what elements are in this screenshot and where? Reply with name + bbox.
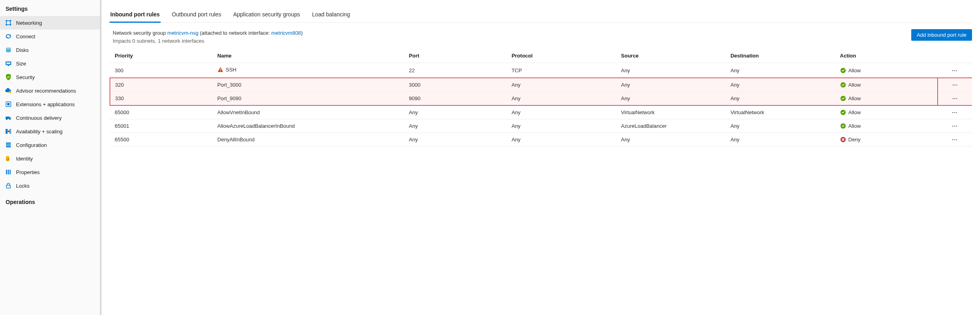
table-row[interactable]: 65000AllowVnetInBoundAnyAnyVirtualNetwor… bbox=[110, 105, 972, 119]
connect-icon bbox=[5, 33, 12, 40]
svg-rect-22 bbox=[6, 170, 7, 174]
row-actions-menu[interactable]: ··· bbox=[938, 63, 972, 78]
nsg-info-suffix: ) bbox=[301, 30, 303, 36]
allow-icon bbox=[840, 67, 846, 73]
cell-source: Any bbox=[616, 63, 726, 78]
row-actions-menu[interactable]: ··· bbox=[938, 92, 972, 106]
sidebar-item-connect[interactable]: Connect bbox=[0, 30, 100, 43]
svg-rect-17 bbox=[6, 129, 8, 134]
sidebar-item-label: Availability + scaling bbox=[16, 129, 62, 135]
cell-destination: Any bbox=[726, 133, 835, 147]
cell-protocol: Any bbox=[507, 105, 616, 119]
deny-icon bbox=[840, 137, 846, 143]
sidebar-item-label: Connect bbox=[16, 34, 35, 40]
column-header-port[interactable]: Port bbox=[404, 49, 507, 63]
cell-action: Allow bbox=[835, 105, 938, 119]
advisor-icon bbox=[5, 87, 12, 94]
cell-port: Any bbox=[404, 119, 507, 133]
sidebar-item-label: Locks bbox=[16, 183, 30, 189]
tab-outbound-port-rules[interactable]: Outbound port rules bbox=[171, 9, 222, 23]
svg-point-15 bbox=[6, 119, 8, 120]
sidebar-item-label: Extensions + applications bbox=[16, 101, 75, 107]
sidebar-item-label: Security bbox=[16, 74, 35, 80]
table-row[interactable]: 65001AllowAzureLoadBalancerInBoundAnyAny… bbox=[110, 119, 972, 133]
cell-destination: Any bbox=[726, 63, 835, 78]
column-header-priority[interactable]: Priority bbox=[110, 49, 213, 63]
row-actions-menu[interactable]: ··· bbox=[938, 105, 972, 119]
svg-point-16 bbox=[10, 119, 11, 120]
sidebar-item-locks[interactable]: Locks bbox=[0, 179, 100, 192]
table-row[interactable]: 330Port_90909090AnyAnyAnyAllow··· bbox=[110, 92, 972, 106]
svg-rect-24 bbox=[10, 170, 11, 174]
sidebar-item-disks[interactable]: Disks bbox=[0, 43, 100, 57]
sidebar-item-size[interactable]: Size bbox=[0, 57, 100, 70]
column-header-name[interactable]: Name bbox=[213, 49, 404, 63]
cell-source: Any bbox=[616, 133, 726, 147]
network-interface-link[interactable]: metricvm808 bbox=[271, 30, 301, 36]
sidebar-item-properties[interactable]: Properties bbox=[0, 165, 100, 179]
add-inbound-port-rule-button[interactable]: Add inbound port rule bbox=[911, 29, 972, 41]
cell-source: VirtualNetwork bbox=[616, 105, 726, 119]
svg-point-4 bbox=[7, 37, 8, 38]
sidebar-section-title-operations: Operations bbox=[0, 196, 100, 209]
cell-name-text: DenyAllInBound bbox=[217, 137, 255, 143]
column-header-protocol[interactable]: Protocol bbox=[507, 49, 616, 63]
table-row[interactable]: 300SSH22TCPAnyAnyAllow··· bbox=[110, 63, 972, 78]
cell-name: Port_3000 bbox=[213, 78, 404, 92]
svg-rect-20 bbox=[6, 145, 11, 146]
cell-port: Any bbox=[404, 105, 507, 119]
sidebar-item-configuration[interactable]: Configuration bbox=[0, 138, 100, 152]
sidebar-item-availability-scaling[interactable]: Availability + scaling bbox=[0, 125, 100, 138]
cell-priority: 65001 bbox=[110, 119, 213, 133]
row-actions-menu[interactable]: ··· bbox=[938, 78, 972, 92]
cell-action-text: Allow bbox=[849, 109, 861, 115]
cell-port: 3000 bbox=[404, 78, 507, 92]
sidebar-item-security[interactable]: Security bbox=[0, 70, 100, 84]
table-row[interactable]: 320Port_30003000AnyAnyAnyAllow··· bbox=[110, 78, 972, 92]
svg-point-7 bbox=[6, 48, 11, 49]
main-content: Inbound port rulesOutbound port rulesApp… bbox=[102, 0, 980, 315]
settings-sidebar: Settings NetworkingConnectDisksSizeSecur… bbox=[0, 0, 102, 315]
column-header-actions bbox=[938, 49, 972, 63]
cell-action: Allow bbox=[835, 119, 938, 133]
allow-icon bbox=[840, 82, 846, 88]
row-actions-menu[interactable]: ··· bbox=[938, 119, 972, 133]
cell-name: DenyAllInBound bbox=[213, 133, 404, 147]
cell-action: Allow bbox=[835, 92, 938, 106]
column-header-destination[interactable]: Destination bbox=[726, 49, 835, 63]
warning-icon bbox=[217, 67, 223, 73]
allow-icon bbox=[840, 123, 846, 129]
tabs: Inbound port rulesOutbound port rulesApp… bbox=[110, 0, 972, 23]
cell-name-text: Port_3000 bbox=[217, 82, 241, 88]
table-row[interactable]: 65500DenyAllInBoundAnyAnyAnyAnyDeny··· bbox=[110, 133, 972, 147]
cell-destination: VirtualNetwork bbox=[726, 105, 835, 119]
column-header-source[interactable]: Source bbox=[616, 49, 726, 63]
allow-icon bbox=[840, 109, 846, 115]
cell-protocol: Any bbox=[507, 78, 616, 92]
cell-destination: Any bbox=[726, 92, 835, 106]
disks-icon bbox=[5, 46, 12, 53]
sidebar-item-continuous-delivery[interactable]: Continuous delivery bbox=[0, 111, 100, 125]
row-actions-menu[interactable]: ··· bbox=[938, 133, 972, 147]
cell-name: SSH bbox=[213, 63, 404, 78]
cell-action-text: Allow bbox=[849, 123, 861, 129]
tab-inbound-port-rules[interactable]: Inbound port rules bbox=[110, 9, 161, 23]
sidebar-item-networking[interactable]: Networking bbox=[0, 16, 100, 30]
tab-application-security-groups[interactable]: Application security groups bbox=[232, 9, 301, 23]
sidebar-item-identity[interactable]: Identity bbox=[0, 152, 100, 165]
cell-source: Any bbox=[616, 78, 726, 92]
cell-name: AllowVnetInBound bbox=[213, 105, 404, 119]
cell-source: Any bbox=[616, 92, 726, 106]
cell-priority: 300 bbox=[110, 63, 213, 78]
cell-priority: 65000 bbox=[110, 105, 213, 119]
cell-source: AzureLoadBalancer bbox=[616, 119, 726, 133]
cell-name-text: AllowAzureLoadBalancerInBound bbox=[217, 123, 295, 129]
size-icon bbox=[5, 60, 12, 67]
column-header-action[interactable]: Action bbox=[835, 49, 938, 63]
sidebar-item-advisor-recommendations[interactable]: Advisor recommendations bbox=[0, 84, 100, 97]
locks-icon bbox=[5, 182, 12, 189]
nsg-link[interactable]: metricvm-nsg bbox=[167, 30, 199, 36]
cell-protocol: Any bbox=[507, 119, 616, 133]
tab-load-balancing[interactable]: Load balancing bbox=[311, 9, 351, 23]
sidebar-item-extensions-applications[interactable]: Extensions + applications bbox=[0, 97, 100, 111]
